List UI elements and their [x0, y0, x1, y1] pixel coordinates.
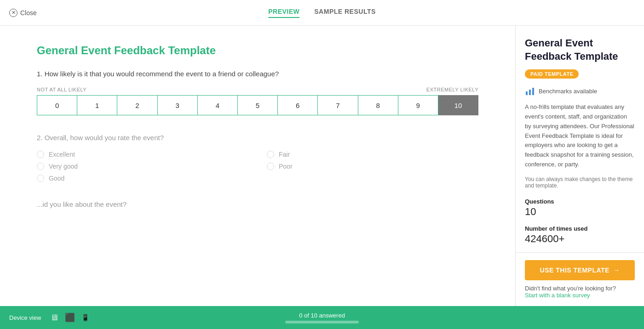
- preview-scroll-area: General Event Feedback Template 1. How l…: [0, 26, 515, 272]
- tabs: PREVIEW SAMPLE RESULTS: [268, 8, 376, 18]
- radio-circle-excellent: [37, 151, 44, 158]
- close-label: Close: [20, 9, 37, 17]
- scale-0[interactable]: 0: [37, 95, 77, 115]
- scale-9[interactable]: 9: [398, 95, 438, 115]
- scale-7[interactable]: 7: [318, 95, 358, 115]
- scale-high-label: EXTREMELY LIKELY: [426, 87, 478, 92]
- questions-value: 10: [525, 206, 635, 218]
- question-1: 1. How likely is it that you would recom…: [37, 70, 478, 115]
- bottom-bar: Device view 🖥 ⬛ 📱 0 of 10 answered: [0, 306, 644, 329]
- radio-label-excellent: Excellent: [49, 151, 75, 158]
- use-template-arrow: →: [613, 267, 620, 274]
- radio-good[interactable]: Good: [37, 175, 248, 182]
- scale-4[interactable]: 4: [198, 95, 238, 115]
- radio-circle-good: [37, 175, 44, 182]
- times-used-label: Number of times used: [525, 225, 635, 232]
- panel-note: You can always make changes to the theme…: [525, 176, 635, 189]
- scale-labels: NOT AT ALL LIKELY EXTREMELY LIKELY: [37, 87, 478, 92]
- panel-description: A no-frills template that evaluates any …: [525, 102, 635, 170]
- progress-bar-bg: [285, 321, 359, 323]
- tab-preview[interactable]: PREVIEW: [268, 8, 299, 18]
- radio-label-good: Good: [49, 175, 64, 182]
- tablet-icon[interactable]: ⬛: [65, 312, 75, 323]
- top-bar: ✕ Close PREVIEW SAMPLE RESULTS: [0, 0, 644, 26]
- scale-2[interactable]: 2: [117, 95, 157, 115]
- question-3: ...id you like about the event?: [37, 200, 478, 208]
- progress-section: 0 of 10 answered: [285, 312, 359, 323]
- question-2: 2. Overall, how would you rate the event…: [37, 134, 478, 182]
- right-panel-scroll[interactable]: General Event Feedback Template PAID TEM…: [516, 26, 644, 252]
- radio-circle-fair: [267, 151, 274, 158]
- radio-excellent[interactable]: Excellent: [37, 151, 248, 158]
- right-panel-bottom: USE THIS TEMPLATE → Didn't find what you…: [516, 252, 644, 306]
- device-view-label: Device view: [9, 314, 41, 321]
- scale-6[interactable]: 6: [278, 95, 318, 115]
- radio-very-good[interactable]: Very good: [37, 163, 248, 170]
- benchmarks-icon: [525, 86, 535, 96]
- blank-prompt: Didn't find what you're looking for?: [525, 285, 616, 292]
- radio-label-fair: Fair: [279, 151, 290, 158]
- scale-boxes: 0 1 2 3 4 5 6 7 8 9 10: [37, 95, 478, 115]
- times-used-value: 424600+: [525, 233, 635, 245]
- scale-1[interactable]: 1: [77, 95, 117, 115]
- close-button[interactable]: ✕ Close: [9, 9, 37, 17]
- benchmarks-row: Benchmarks available: [525, 86, 635, 96]
- scale-5[interactable]: 5: [238, 95, 278, 115]
- main-content: General Event Feedback Template 1. How l…: [0, 26, 644, 306]
- use-template-label: USE THIS TEMPLATE: [540, 267, 610, 274]
- tab-sample-results[interactable]: SAMPLE RESULTS: [314, 8, 376, 18]
- progress-text: 0 of 10 answered: [299, 312, 345, 319]
- paid-badge: PAID TEMPLATE: [525, 69, 579, 79]
- questions-label: Questions: [525, 198, 635, 205]
- right-panel: General Event Feedback Template PAID TEM…: [515, 26, 644, 306]
- close-icon: ✕: [9, 9, 17, 17]
- blank-survey-row: Didn't find what you're looking for? Sta…: [525, 285, 635, 299]
- mobile-icon[interactable]: 📱: [81, 314, 89, 321]
- scale-10[interactable]: 10: [438, 95, 478, 115]
- benchmarks-text: Benchmarks available: [539, 88, 597, 95]
- radio-fair[interactable]: Fair: [267, 151, 478, 158]
- scale-low-label: NOT AT ALL LIKELY: [37, 87, 86, 92]
- preview-panel[interactable]: General Event Feedback Template 1. How l…: [0, 26, 515, 306]
- q2-label: 2. Overall, how would you rate the event…: [37, 134, 478, 142]
- radio-poor[interactable]: Poor: [267, 163, 478, 170]
- radio-grid: Excellent Fair Very good Poor: [37, 151, 478, 182]
- desktop-icon[interactable]: 🖥: [50, 313, 58, 323]
- use-template-button[interactable]: USE THIS TEMPLATE →: [525, 260, 635, 280]
- svg-rect-1: [529, 90, 531, 95]
- radio-label-very-good: Very good: [49, 163, 78, 170]
- blank-survey-link[interactable]: Start with a blank survey: [525, 292, 590, 299]
- survey-title: General Event Feedback Template: [37, 44, 478, 57]
- svg-rect-2: [532, 88, 534, 95]
- q3-label: ...id you like about the event?: [37, 200, 478, 208]
- svg-rect-0: [526, 91, 528, 95]
- panel-title: General Event Feedback Template: [525, 37, 635, 63]
- radio-circle-poor: [267, 163, 274, 170]
- scale-8[interactable]: 8: [358, 95, 398, 115]
- q1-label: 1. How likely is it that you would recom…: [37, 70, 478, 78]
- radio-label-poor: Poor: [279, 163, 293, 170]
- scale-3[interactable]: 3: [158, 95, 198, 115]
- radio-circle-very-good: [37, 163, 44, 170]
